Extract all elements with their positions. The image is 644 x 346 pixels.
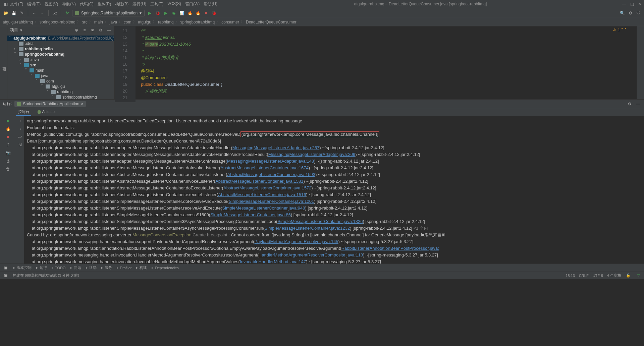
stacktrace-link[interactable]: MessagingMessageListenerAdapter.java:209 [268,152,355,157]
menu-item[interactable]: 视图(V) [43,1,59,8]
status-icon[interactable]: ▣ [3,273,9,279]
stacktrace-link[interactable]: AbstractMessageListenerContainer.java:15… [218,192,306,197]
minimize-icon[interactable]: — [622,2,626,6]
forward-icon[interactable]: → [39,10,45,16]
stacktrace-link[interactable]: InvocableHandlerMethod.java:147 [240,259,306,264]
bottom-tab[interactable]: ▸ Dependencies [152,266,178,270]
tab-actuator[interactable]: ⬤ Actuator [35,109,58,116]
refresh-icon[interactable]: ↻ [19,10,25,16]
indent-setting[interactable]: 4 个空格 [607,273,621,278]
tree-node[interactable]: ˅java [7,73,114,78]
stacktrace-link[interactable]: MessagingMessageListenerAdapter.java:148 [227,159,314,164]
rerun-icon[interactable]: 🐞 [211,10,217,16]
stacktrace-link[interactable]: AbstractMessageListenerContainer.java:15… [223,185,311,190]
run-icon[interactable]: ▶ [147,10,153,16]
code-text[interactable]: /** * @author lishuai * @date 2023/6/11-… [136,26,637,102]
run-app-badge[interactable]: SpringbootRabbitmqApplication × [14,101,86,107]
chevron-down-icon[interactable]: ˅ [625,27,627,32]
bottom-tab[interactable]: ▸ TODO [52,266,66,270]
tree-node[interactable]: ˅com [7,78,114,84]
left-stripe[interactable]: 项目 [0,26,7,99]
code-editor[interactable]: 1112131415161718192021 /** * @author lis… [115,26,637,102]
stacktrace-link[interactable]: AbstractMessageListenerContainer.java:16… [220,165,308,170]
breadcrumb-item[interactable]: main [94,20,103,24]
bottom-tab[interactable]: ▸ 服务 [101,265,112,270]
bottom-tab[interactable]: ▸ 运行 [36,265,47,270]
right-stripe[interactable] [637,26,644,99]
stacktrace-link[interactable]: SimpleMessageListenerContainer.java:1326 [277,219,363,224]
lock-icon[interactable]: 🔒 [625,273,631,279]
inspection-warnings[interactable]: ⚠ 1 ˄ ˅ [613,27,627,32]
up-icon[interactable]: ↑ [17,118,23,124]
menu-item[interactable]: 运行(U) [131,1,148,8]
stacktrace-link[interactable]: SimpleMessageListenerContainer.java:86 [210,212,291,217]
breadcrumb-item[interactable]: atguigu [138,20,151,24]
breadcrumb-item[interactable]: springboot-rabbitmq [40,20,75,24]
stacktrace-link[interactable]: MessagingMessageListenerAdapter.java:267 [232,145,319,150]
bottom-tab[interactable]: ▸ Profiler [117,266,132,270]
menu-item[interactable]: VCS(S) [166,1,182,8]
run-config-selector[interactable]: SpringbootRabbitmqApplication ▾ [72,10,145,16]
stop-icon[interactable]: ■ [5,134,11,140]
dropdown-icon[interactable]: ▾ [20,28,22,33]
hotswap-icon[interactable]: 🔥 [5,126,11,132]
breadcrumb-item[interactable]: atguigu-rabbitmq [3,20,33,24]
menu-item[interactable]: 帮助(H) [202,1,219,8]
stacktrace-link[interactable]: HandlerMethodArgumentResolverComposite.j… [259,252,363,257]
tree-node[interactable]: ˅src [7,62,114,68]
file-encoding[interactable]: UTF-8 [593,274,603,278]
tree-node[interactable]: ˅rabbitmq [7,89,114,95]
camera-icon[interactable]: 📷 [5,150,11,156]
shield-icon[interactable]: 🛡 [635,273,641,279]
attach-icon[interactable]: 🔥 [187,10,193,16]
print-icon[interactable]: 🖨 [5,158,11,164]
target-icon[interactable]: ⊕ [73,27,79,33]
scroll-icon[interactable]: ⇲ [17,142,23,148]
stacktrace-link[interactable]: PayloadMethodArgumentResolver.java:145 [255,239,338,244]
back-icon[interactable]: ← [31,10,37,16]
stacktrace-link[interactable]: SimpleMessageListenerContainer.java:1001 [229,199,314,204]
exit-icon[interactable]: ⤴ [5,142,11,148]
breadcrumb-item[interactable]: consumer [221,20,239,24]
tool-icon[interactable]: ▣ [3,265,9,271]
vcs-action-icon[interactable]: ⎇ [52,10,58,16]
attach2-icon[interactable]: 🔥 [195,10,201,16]
stacktrace-link[interactable]: AbstractMessageListenerContainer.java:15… [227,172,315,177]
tree-node[interactable]: ˅springbootrabbitmq [7,95,114,99]
save-icon[interactable]: 💾 [11,10,17,16]
console-output[interactable]: org.springframework.amqp.rabbit.support.… [24,116,644,264]
breadcrumb-item[interactable]: com [124,20,131,24]
caret-position[interactable]: 15:13 [566,274,575,278]
maximize-icon[interactable]: ▢ [630,2,634,6]
tree-node[interactable]: ›.mvn [7,57,114,62]
settings-icon[interactable]: ⚙ [98,27,104,33]
stop-icon[interactable]: ■ [203,10,209,16]
line-separator[interactable]: CRLF [579,274,589,278]
breadcrumb-item[interactable]: src [82,20,88,24]
hammer-icon[interactable]: ⚒ [64,10,70,16]
collapse-icon[interactable]: ≡ [82,27,88,33]
stacktrace-link[interactable]: SimpleMessageListenerContainer.java:1232 [265,226,350,231]
tree-node[interactable]: ˅atguigu [7,84,114,89]
stacktrace-link[interactable]: RabbitListenerAnnotationBeanPostProcesso… [341,246,439,251]
chevron-up-icon[interactable]: ˄ [621,27,623,32]
play2-icon[interactable]: ▶ [163,10,169,16]
tree-node[interactable]: .idea [7,41,114,46]
menu-item[interactable]: 文件(F) [9,1,24,8]
bottom-tab[interactable]: ▸ 终端 [86,265,97,270]
bottom-tab[interactable]: ▸ 构建 [136,265,147,270]
search-icon[interactable]: 🔍 [619,10,625,16]
project-tree[interactable]: ˅ atguigu-rabbitmq E:\WorkData\IdeaProje… [7,34,114,99]
wrap-icon[interactable]: ⮐ [17,134,23,140]
breadcrumb-item[interactable]: rabbitmq [158,20,174,24]
tree-root[interactable]: ˅ atguigu-rabbitmq E:\WorkData\IdeaProje… [7,36,114,41]
profile-icon[interactable]: 📊 [179,10,185,16]
menu-item[interactable]: 窗口(W) [184,1,201,8]
menu-item[interactable]: 工具(T) [149,1,165,8]
breadcrumb-item[interactable]: java [110,20,117,24]
menu-item[interactable]: 构建(B) [114,1,130,8]
trash-icon[interactable]: 🗑 [5,166,11,172]
expand-icon[interactable]: ≢ [90,27,96,33]
close-icon[interactable]: ✕ [638,2,641,6]
shield-icon[interactable]: 🛡 [635,10,641,16]
